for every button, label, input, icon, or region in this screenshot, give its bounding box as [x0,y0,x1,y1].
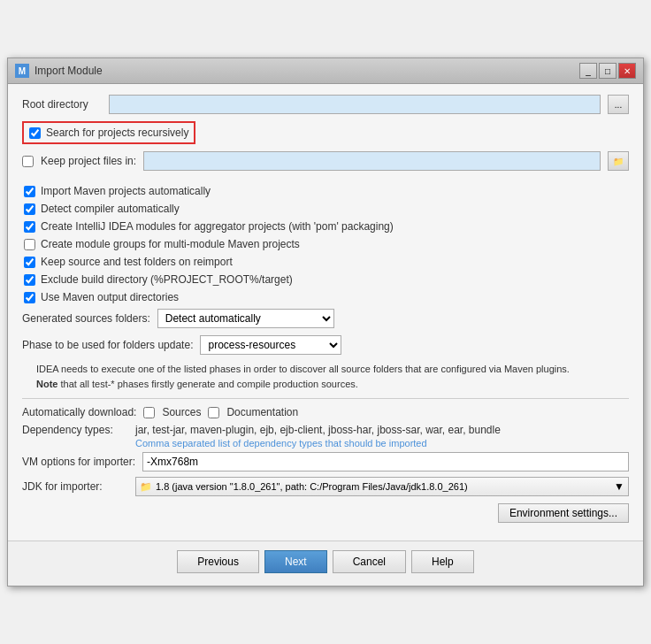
browse-button[interactable]: ... [608,95,629,114]
keep-source-folders-label: Keep source and test folders on reimport [41,256,233,268]
info-line2: that all test-* phases firstly generate … [61,379,358,389]
root-directory-input[interactable] [109,95,601,114]
env-btn-row: Environment settings... [22,503,629,523]
phase-row: Phase to be used for folders update: pro… [22,335,629,355]
maximize-button[interactable]: □ [599,63,617,79]
keep-source-folders-row: Keep source and test folders on reimport [22,256,629,268]
keep-project-files-label: Keep project files in: [41,155,136,167]
search-recursively-row: Search for projects recursively [22,121,195,144]
search-recursively-checkbox[interactable] [29,127,41,139]
jdk-label: JDK for importer: [22,480,128,493]
keep-project-files-input[interactable] [143,151,601,171]
exclude-build-checkbox[interactable] [24,274,35,286]
generated-sources-row: Generated sources folders: Detect automa… [22,309,629,328]
generated-sources-label: Generated sources folders: [22,312,150,325]
environment-settings-button[interactable]: Environment settings... [498,503,629,523]
use-maven-output-label: Use Maven output directories [41,291,179,303]
use-maven-output-checkbox[interactable] [24,292,35,303]
help-button[interactable]: Help [411,550,474,573]
separator1 [22,398,629,399]
footer: Previous Next Cancel Help [8,540,643,586]
keep-project-browse-button[interactable]: 📁 [608,151,629,171]
info-line1: IDEA needs to execute one of the listed … [36,364,570,374]
exclude-build-row: Exclude build directory (%PROJECT_ROOT%/… [22,273,629,286]
content-area: Root directory ... Search for projects r… [8,84,643,540]
search-recursively-label: Search for projects recursively [46,126,188,139]
sources-label: Sources [162,406,201,418]
sources-checkbox[interactable] [143,407,155,418]
create-module-groups-label: Create module groups for multi-module Ma… [41,238,300,250]
exclude-build-label: Exclude build directory (%PROJECT_ROOT%/… [41,273,293,286]
create-intellij-modules-label: Create IntelliJ IDEA modules for aggrega… [41,220,394,233]
keep-project-files-checkbox[interactable] [22,156,34,167]
jdk-select[interactable]: 📁 1.8 (java version "1.8.0_261", path: C… [135,477,629,496]
title-bar-controls: _ □ ✕ [579,63,636,79]
info-text: IDEA needs to execute one of the listed … [36,362,629,391]
create-intellij-modules-row: Create IntelliJ IDEA modules for aggrega… [22,220,629,233]
jdk-value: 1.8 (java version "1.8.0_261", path: C:/… [156,481,468,492]
import-maven-row: Import Maven projects automatically [22,185,629,197]
create-intellij-modules-checkbox[interactable] [24,221,35,233]
info-note: Note [36,379,57,389]
generated-sources-select[interactable]: Detect automatically Don't detect Each g… [157,309,334,328]
vm-options-input[interactable] [142,452,629,472]
import-maven-label: Import Maven projects automatically [41,185,211,197]
minimize-button[interactable]: _ [579,63,597,79]
next-button[interactable]: Next [264,550,327,573]
vm-options-row: VM options for importer: [22,452,629,472]
previous-button[interactable]: Previous [177,550,259,573]
phase-select[interactable]: process-resources generate-sources proce… [200,335,341,355]
jdk-folder-icon: 📁 [140,481,152,493]
auto-download-row: Automatically download: Sources Document… [22,406,629,418]
keep-source-folders-checkbox[interactable] [24,257,35,268]
detect-compiler-label: Detect compiler automatically [41,203,180,215]
create-module-groups-row: Create module groups for multi-module Ma… [22,238,629,250]
window-icon: M [15,64,29,78]
dependency-types-label: Dependency types: [22,424,128,436]
window-title: Import Module [34,65,103,77]
detect-compiler-checkbox[interactable] [24,203,35,215]
jdk-row: JDK for importer: 📁 1.8 (java version "1… [22,477,629,496]
root-directory-label: Root directory [22,98,102,111]
create-module-groups-checkbox[interactable] [24,239,35,250]
title-bar: M Import Module _ □ ✕ [8,58,643,84]
dependency-types-value: jar, test-jar, maven-plugin, ejb, ejb-cl… [135,424,629,436]
close-button[interactable]: ✕ [618,63,636,79]
documentation-label: Documentation [226,406,298,418]
auto-download-label: Automatically download: [22,406,136,418]
use-maven-output-row: Use Maven output directories [22,291,629,303]
root-directory-row: Root directory ... [22,95,629,114]
documentation-checkbox[interactable] [208,407,219,418]
cancel-button[interactable]: Cancel [333,550,406,573]
dependency-types-row: Dependency types: jar, test-jar, maven-p… [22,424,629,448]
import-module-window: M Import Module _ □ ✕ Root directory ...… [7,58,644,586]
keep-project-files-row: Keep project files in: 📁 [22,151,629,171]
title-bar-left: M Import Module [15,64,103,78]
import-maven-checkbox[interactable] [24,186,35,197]
jdk-dropdown-arrow: ▼ [614,480,624,493]
detect-compiler-row: Detect compiler automatically [22,203,629,215]
dependency-types-hint: Comma separated list of dependency types… [135,438,629,448]
vm-options-label: VM options for importer: [22,456,135,468]
phase-label: Phase to be used for folders update: [22,339,193,351]
